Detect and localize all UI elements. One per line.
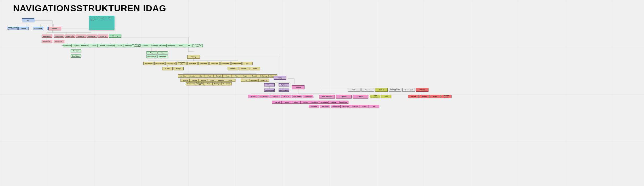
node-tav-km2[interactable]: Regler [250,67,260,70]
tio-row3b-1[interactable]: Nedjogging [340,105,351,108]
tav-row1-1[interactable]: Tränings tävling [154,62,165,65]
node-ny-b0[interactable]: Nyhetsmodul [54,35,64,38]
node-tavling[interactable]: Tävling [187,55,200,59]
node-hem-c2[interactable]: Sponsorbanner [33,27,43,30]
tio-row1-3[interactable]: Nu kör vi [281,95,291,98]
node-traning[interactable]: Träning [274,76,286,80]
tav-row2s1-5[interactable]: Klasser [225,79,235,82]
node-tio-3a1[interactable]: Löpekonomin [320,105,330,108]
tav-row1-0[interactable]: Arrangemang [143,62,154,65]
tav-row1-5[interactable]: Sprint läger [198,62,209,65]
tav-row1-7[interactable]: Distriksserien [220,62,231,65]
tav-row2s3-2[interactable]: Slutligt PM [258,79,269,82]
tio-row2-6[interactable]: Rörlighet [329,101,339,104]
node-lang[interactable]: SV/EN/D [416,88,428,92]
tav-row1-8[interactable]: Tävlingsanmälan [231,62,242,65]
tav-row1-3[interactable]: Skogsserien online [176,62,187,65]
node-ny-arkiv1[interactable]: Nyhetsarkiv [42,40,52,43]
node-nyheter[interactable]: Nyheter [48,27,61,30]
node-gast[interactable]: Gästbok [375,88,388,92]
tio-row1-5[interactable]: Utvärdering [303,95,313,98]
node-for-gdpr0[interactable]: Policy [146,51,157,54]
node-ny-b3[interactable]: Nyheter sjö [87,35,97,38]
tio-row3b-2[interactable]: Stretching [350,105,360,108]
node-gast1[interactable]: Läsa [381,95,391,98]
node-ny-arkiv2[interactable]: Nyhetsarkiv [54,40,64,43]
node-hem-c1[interactable]: Kalender [18,27,29,30]
node-for-gdpr1[interactable]: Rutiner [157,51,168,54]
tav-row1-2[interactable]: Långloppscupen [165,62,176,65]
node-ny-b2[interactable]: Nyheter Jkl [76,35,86,38]
node-tr-u[interactable]: Ungdomar [279,83,289,86]
node-tio-b0[interactable]: Vad är löpträning? [319,95,335,99]
node-tr-v[interactable]: Vuxna [264,83,275,86]
tav-row1-9[interactable]: KM [242,62,253,65]
tio-row2-4[interactable]: Backträning [310,101,320,104]
node-kal[interactable]: Kalender [361,88,374,92]
node-tav-arr1[interactable]: Bestiga [173,67,184,70]
page-title: NAVIGATIONSSTRUKTUREN IDAG [13,3,166,13]
node-bilder[interactable]: Bilder [348,88,360,92]
node-pren[interactable]: Prenumerera! [402,88,415,92]
tio-row1-2[interactable]: Ansvarig [270,95,280,98]
node-hem[interactable]: Hem [22,18,34,22]
node-forening[interactable]: Förening [109,34,121,38]
tio-row2-3[interactable]: Fartlek [300,101,311,104]
tio-row2-5[interactable]: Styrketräning [319,101,330,104]
node-ny-b4[interactable]: Nyheter sk [98,35,108,38]
node-ny-egna[interactable]: Egna nyheter [42,35,52,38]
tio-row1-4[interactable]: Träningstillfällen [292,95,302,98]
sticky-note[interactable]: Vi tror inte att sidan ska ha många sido… [89,16,114,30]
node-tr-o[interactable]: Utomhussäsong [279,89,289,92]
node-for-medsub[interactable]: Bli medlem [71,49,81,52]
tav-row1-4[interactable]: Indoorserien [187,62,198,65]
node-sv0[interactable]: Svenska [408,95,419,98]
node-shop[interactable]: Klubbshop/Kläder mm [389,88,401,92]
node-tio[interactable]: Tiobästa [292,85,304,89]
tio-row2-7[interactable]: Återhämtning [338,101,348,104]
tio-row2-2[interactable]: Distans [291,101,301,104]
tio-row1-1[interactable]: Banläggning [259,95,269,98]
node-tav-km1[interactable]: Resultat [239,67,249,70]
tio-row2-1[interactable]: Tempo [281,101,292,104]
tio-row3b-0[interactable]: Uppvärmning [331,105,341,108]
node-sv3[interactable]: Deutsche Version [441,95,451,98]
node-tio-3a0[interactable]: Pulsträning [309,105,319,108]
node-tio-b2[interactable]: Kondition [353,95,368,99]
node-tio-b1[interactable]: Löpteknik [336,95,352,99]
node-gast0[interactable]: Lämna meddelande [370,95,380,98]
node-hem-c0[interactable]: Nyheter från de sju sektionerna [7,27,18,30]
tio-row1-0[interactable]: Anmälan [248,95,258,98]
tav-row2s2-4[interactable]: Resultatlista [221,82,232,85]
node-for-n0[interactable]: Renovering [157,55,168,58]
node-tr-i[interactable]: Inomhussäsong [264,89,275,92]
node-tav-arr0[interactable]: Vi Bara [162,67,173,70]
node-ny-b1[interactable]: Nyheter HÖS [65,35,75,38]
node-tav-km0[interactable]: Anmälan [228,67,238,70]
node-for-lok[interactable]: Boka lokalen [71,54,81,58]
for-row-15[interactable]: Klubblokal/Hyra mm [192,44,203,47]
tio-row3b-3[interactable]: Motion [359,105,370,108]
node-sv2[interactable]: English [430,95,440,98]
node-sv1[interactable]: Engelska [419,95,430,98]
tav-row1-6[interactable]: Sprintcupen [209,62,220,65]
node-for-gdpr2[interactable]: Personuppgifter [146,55,157,58]
tio-row2-0[interactable]: Intervall [272,101,283,104]
tio-row3b-4[interactable]: Vila [369,105,379,108]
